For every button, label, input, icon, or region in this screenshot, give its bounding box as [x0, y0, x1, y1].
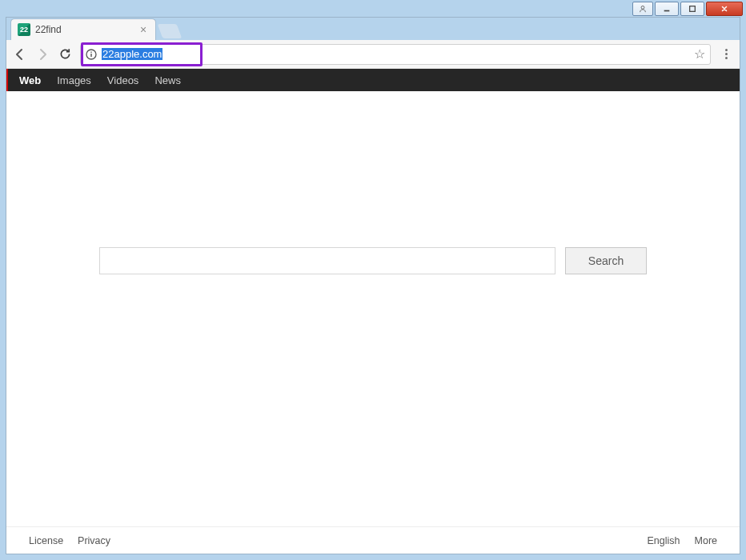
minimize-icon — [662, 5, 672, 13]
page-footer: License Privacy English More — [6, 526, 740, 554]
tab-strip: 22 22find × — [6, 18, 740, 40]
category-nav: Web Images Videos News — [6, 69, 740, 91]
bookmark-star-icon[interactable]: ☆ — [694, 46, 705, 62]
footer-left: License Privacy — [29, 535, 110, 546]
url-text[interactable]: 22apple.com — [102, 48, 689, 60]
browser-tab[interactable]: 22 22find × — [11, 19, 155, 40]
svg-rect-1 — [664, 10, 670, 12]
page-viewport: Web Images Videos News Search License Pr… — [6, 69, 740, 554]
browser-window: 22 22find × 22apple.com ☆ — [6, 18, 740, 554]
svg-point-0 — [641, 6, 644, 9]
reload-icon — [58, 47, 72, 61]
address-bar[interactable]: 22apple.com ☆ — [80, 44, 711, 65]
tab-favicon: 22 — [18, 23, 30, 36]
search-input[interactable] — [99, 247, 555, 274]
kebab-dot-icon — [725, 49, 728, 51]
maximize-icon — [688, 5, 697, 13]
left-edge-indicator — [6, 69, 8, 91]
footer-link-privacy[interactable]: Privacy — [78, 535, 110, 546]
close-window-button[interactable] — [706, 2, 743, 16]
minimize-button[interactable] — [655, 2, 679, 16]
tab-close-icon[interactable]: × — [138, 23, 149, 36]
footer-link-english[interactable]: English — [648, 535, 680, 546]
close-icon — [720, 5, 729, 13]
footer-link-more[interactable]: More — [695, 535, 717, 546]
nav-tab-news[interactable]: News — [154, 74, 181, 86]
new-tab-button[interactable] — [158, 24, 182, 38]
user-icon — [638, 5, 648, 13]
browser-toolbar: 22apple.com ☆ — [6, 40, 740, 69]
back-button[interactable] — [13, 47, 27, 62]
search-area: Search — [6, 91, 740, 526]
browser-menu-button[interactable] — [719, 49, 733, 59]
nav-tab-web[interactable]: Web — [19, 74, 41, 86]
arrow-right-icon — [35, 47, 50, 62]
forward-button[interactable] — [35, 47, 50, 62]
kebab-dot-icon — [725, 57, 728, 59]
page-content: Search License Privacy English More — [6, 91, 740, 554]
svg-rect-4 — [90, 54, 91, 57]
tab-title: 22find — [35, 24, 133, 35]
reload-button[interactable] — [58, 47, 72, 62]
url-selected-text: 22apple.com — [102, 48, 162, 60]
svg-rect-2 — [690, 6, 696, 12]
footer-link-license[interactable]: License — [29, 535, 63, 546]
search-button[interactable]: Search — [565, 247, 647, 274]
user-account-button[interactable] — [632, 2, 653, 16]
site-info-icon[interactable] — [86, 49, 97, 60]
window-titlebar — [0, 0, 746, 18]
svg-rect-5 — [90, 51, 91, 52]
nav-tab-videos[interactable]: Videos — [107, 74, 139, 86]
info-icon — [86, 49, 97, 60]
kebab-dot-icon — [725, 53, 728, 55]
footer-right: English More — [648, 535, 717, 546]
arrow-left-icon — [13, 47, 27, 62]
nav-tab-images[interactable]: Images — [57, 74, 91, 86]
maximize-button[interactable] — [680, 2, 704, 16]
